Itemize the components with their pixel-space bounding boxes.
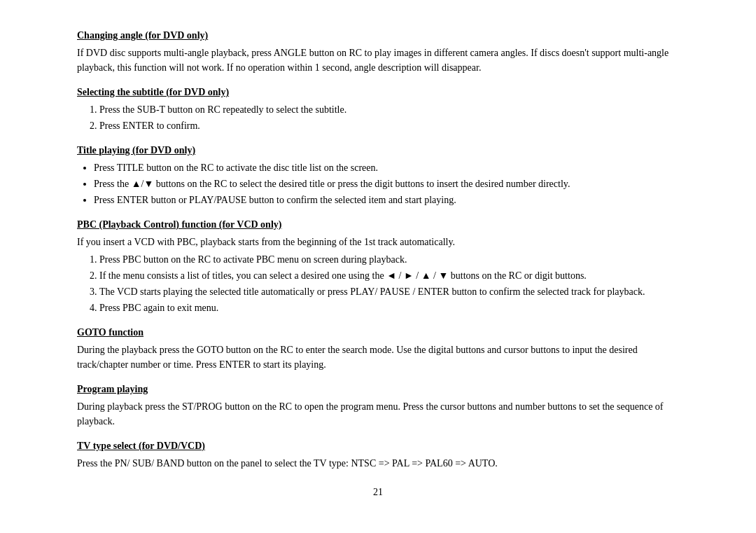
section-title-goto-function: GOTO function <box>77 325 679 340</box>
section-body-pbc-function: If you insert a VCD with PBC, playback s… <box>77 235 679 249</box>
section-body-tv-type-select: Press the PN/ SUB/ BAND button on the pa… <box>77 456 679 471</box>
section-body-changing-angle: If DVD disc supports multi-angle playbac… <box>77 46 679 75</box>
pbc-list: Press PBC button on the RC to activate P… <box>99 252 679 315</box>
list-item: Press the ▲/▼ buttons on the RC to selec… <box>94 176 679 191</box>
section-title-pbc-function: PBC (Playback Control) function (for VCD… <box>77 217 679 232</box>
title-playing-list: Press TITLE button on the RC to activate… <box>94 160 679 207</box>
list-item: Press ENTER to confirm. <box>99 118 679 133</box>
section-title-title-playing: Title playing (for DVD only) <box>77 143 679 158</box>
list-item: If the menu consists a list of titles, y… <box>99 268 679 283</box>
list-item: Press PBC again to exit menu. <box>99 300 679 315</box>
section-selecting-subtitle: Selecting the subtitle (for DVD only) Pr… <box>77 85 679 133</box>
section-body-program-playing: During playback press the ST/PROG button… <box>77 399 679 429</box>
list-item: Press PBC button on the RC to activate P… <box>99 252 679 267</box>
list-item: Press the SUB-T button on RC repeatedly … <box>99 102 679 117</box>
section-program-playing: Program playing During playback press th… <box>77 382 679 429</box>
section-title-playing: Title playing (for DVD only) Press TITLE… <box>77 143 679 207</box>
section-tv-type-select: TV type select (for DVD/VCD) Press the P… <box>77 438 679 471</box>
section-pbc-function: PBC (Playback Control) function (for VCD… <box>77 217 679 315</box>
section-title-changing-angle: Changing angle (for DVD only) <box>77 28 679 43</box>
section-title-tv-type-select: TV type select (for DVD/VCD) <box>77 438 679 453</box>
list-item: Press ENTER button or PLAY/PAUSE button … <box>94 193 679 207</box>
section-title-selecting-subtitle: Selecting the subtitle (for DVD only) <box>77 85 679 99</box>
section-body-goto-function: During the playback press the GOTO butto… <box>77 342 679 372</box>
document-page: Changing angle (for DVD only) If DVD dis… <box>63 0 693 527</box>
section-title-program-playing: Program playing <box>77 382 679 396</box>
list-item: The VCD starts playing the selected titl… <box>99 284 679 299</box>
section-changing-angle: Changing angle (for DVD only) If DVD dis… <box>77 28 679 75</box>
page-number: 21 <box>77 485 679 499</box>
list-item: Press TITLE button on the RC to activate… <box>94 160 679 175</box>
section-goto-function: GOTO function During the playback press … <box>77 325 679 372</box>
subtitle-list: Press the SUB-T button on RC repeatedly … <box>99 102 679 133</box>
